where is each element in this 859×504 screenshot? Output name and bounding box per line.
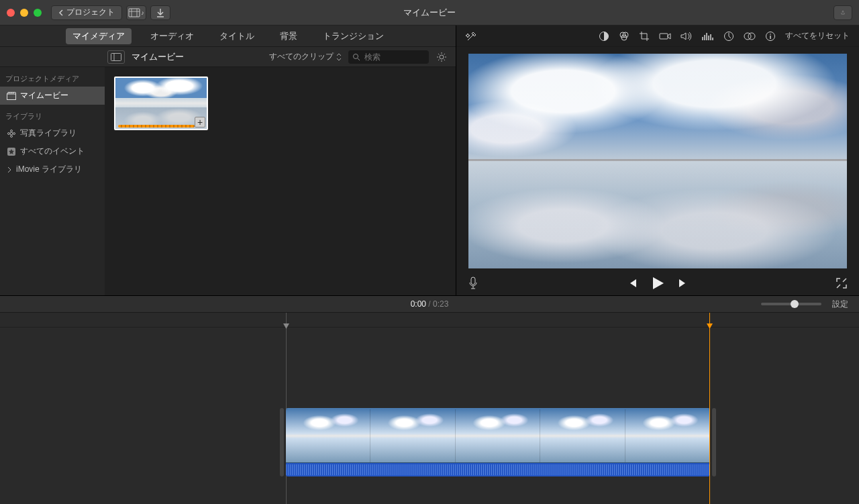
- zoom-window[interactable]: [34, 9, 42, 17]
- sidebar-header-library: ライブラリ: [0, 109, 105, 124]
- svg-rect-17: [660, 34, 668, 39]
- flower-icon: [7, 129, 16, 138]
- sidebar-toggle[interactable]: [107, 50, 125, 64]
- timeline-ruler[interactable]: [0, 313, 859, 327]
- svg-point-5: [440, 55, 444, 59]
- stabilization-icon[interactable]: [659, 32, 671, 41]
- search-icon: [352, 53, 360, 61]
- clip-handle-right[interactable]: [712, 408, 716, 476]
- color-balance-icon[interactable]: [599, 31, 609, 42]
- next-button[interactable]: [678, 278, 689, 289]
- fullscreen-icon[interactable]: [836, 278, 847, 289]
- chevron-right-icon: [7, 166, 12, 173]
- clip-browser: +: [105, 67, 456, 295]
- tab-titles[interactable]: タイトル: [213, 28, 261, 44]
- theme-button[interactable]: ♪: [126, 5, 146, 20]
- speed-icon[interactable]: [723, 31, 734, 42]
- transport-controls: [456, 271, 859, 295]
- svg-point-7: [10, 132, 13, 135]
- svg-point-19: [744, 33, 751, 40]
- back-to-projects-button[interactable]: プロジェクト: [51, 5, 122, 20]
- media-tabs: マイメディア オーディオ タイトル 背景 トランジション: [0, 26, 456, 47]
- search-input[interactable]: [348, 50, 429, 64]
- timeline-header: 0:00 / 0:23 設定: [0, 295, 859, 313]
- preview-viewer[interactable]: [468, 54, 847, 268]
- current-time: 0:00: [411, 299, 426, 309]
- noise-reduction-icon[interactable]: [702, 32, 714, 41]
- playhead[interactable]: [709, 313, 710, 504]
- svg-point-8: [11, 130, 13, 132]
- reset-all-button[interactable]: すべてをリセット: [785, 30, 850, 42]
- tab-audio[interactable]: オーディオ: [144, 28, 201, 44]
- add-clip-button[interactable]: +: [195, 117, 205, 128]
- clip-filter-icon[interactable]: [744, 32, 756, 41]
- timeline-clip[interactable]: [286, 408, 710, 478]
- adjustment-toolbar: すべてをリセット: [456, 26, 859, 47]
- svg-point-9: [11, 135, 13, 137]
- sidebar-item-photo-library[interactable]: 写真ライブラリ: [0, 124, 105, 142]
- sidebar-item-my-movie[interactable]: マイムービー: [0, 87, 105, 105]
- zoom-slider[interactable]: [761, 303, 821, 305]
- tab-my-media[interactable]: マイメディア: [66, 28, 132, 44]
- clip-filter-dropdown[interactable]: すべてのクリップ: [269, 51, 342, 62]
- volume-icon[interactable]: [680, 31, 693, 42]
- sidebar-item-imovie-library[interactable]: iMovie ライブラリ: [0, 160, 105, 179]
- minimize-window[interactable]: [20, 9, 28, 17]
- svg-point-20: [748, 33, 755, 40]
- share-button[interactable]: [833, 5, 852, 20]
- svg-point-10: [8, 132, 10, 134]
- svg-rect-6: [7, 94, 16, 100]
- svg-point-3: [354, 54, 358, 58]
- sidebar-item-all-events[interactable]: すべてのイベント: [0, 142, 105, 160]
- browser-settings-button[interactable]: [436, 51, 448, 63]
- info-icon[interactable]: [765, 31, 776, 42]
- play-button[interactable]: [651, 276, 664, 291]
- browser-title: マイムービー: [132, 51, 184, 63]
- sidebar: プロジェクトメディア マイムービー ライブラリ 写真ライブラリ すべてのイベント…: [0, 67, 105, 295]
- svg-line-4: [358, 58, 360, 60]
- svg-point-22: [770, 34, 771, 35]
- import-button[interactable]: [150, 5, 170, 20]
- svg-rect-23: [471, 277, 475, 285]
- timeline[interactable]: [0, 313, 859, 504]
- timeline-settings-button[interactable]: 設定: [832, 299, 848, 310]
- svg-rect-0: [129, 9, 140, 17]
- prev-button[interactable]: [627, 278, 638, 289]
- close-window[interactable]: [7, 9, 15, 17]
- titlebar: プロジェクト ♪ マイムービー: [0, 0, 859, 26]
- tab-transitions[interactable]: トランジション: [316, 28, 391, 44]
- svg-rect-1: [111, 53, 121, 60]
- clapperboard-icon: [7, 92, 16, 100]
- window-controls: [7, 9, 42, 17]
- svg-point-11: [13, 132, 15, 134]
- enhance-icon[interactable]: [466, 30, 478, 42]
- usage-indicator: [118, 125, 195, 128]
- total-time: 0:23: [433, 299, 448, 309]
- tab-backgrounds[interactable]: 背景: [273, 28, 304, 44]
- color-correction-icon[interactable]: [619, 31, 629, 42]
- clip-handle-left[interactable]: [280, 408, 284, 476]
- star-icon: [7, 147, 16, 156]
- crop-icon[interactable]: [639, 31, 650, 42]
- clip-audio-track[interactable]: [286, 463, 710, 476]
- voiceover-icon[interactable]: [468, 276, 478, 290]
- sidebar-header-project-media: プロジェクトメディア: [0, 71, 105, 87]
- clip-thumbnail[interactable]: +: [114, 77, 208, 130]
